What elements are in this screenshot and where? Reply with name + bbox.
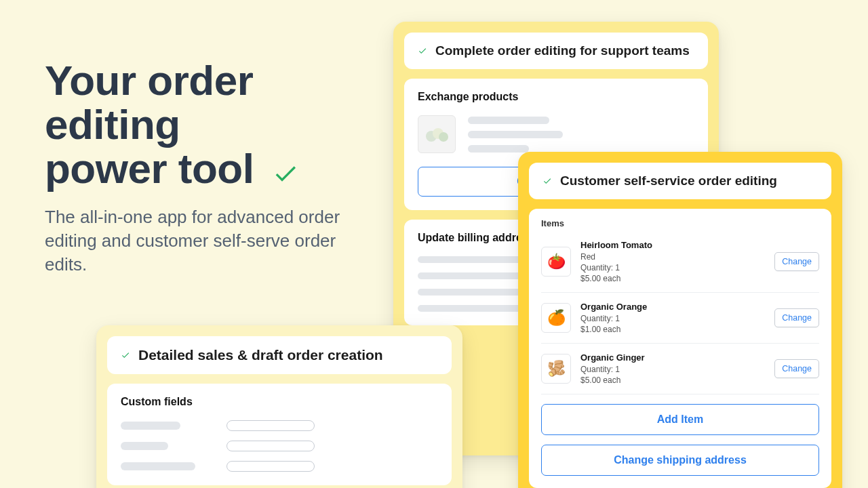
hero-line2: editing <box>45 101 180 148</box>
checkmark-icon <box>541 176 553 186</box>
item-price: $5.00 each <box>580 273 765 284</box>
item-info: Heirloom Tomato Red Quantity: 1 $5.00 ea… <box>580 239 765 284</box>
product-skeleton <box>468 117 694 152</box>
product-row <box>418 115 694 153</box>
card-sales-title: Detailed sales & draft order creation <box>138 347 383 363</box>
item-qty: Quantity: 1 <box>580 262 765 273</box>
page-title: Your order editing power tool <box>45 58 363 190</box>
tomato-icon: 🍅 <box>547 253 566 270</box>
custom-fields-rows <box>121 420 438 472</box>
card-customer-title: Customer self-service order editing <box>560 174 777 188</box>
field-label-placeholder <box>121 462 195 470</box>
item-qty: Quantity: 1 <box>580 313 765 324</box>
custom-fields-heading: Custom fields <box>121 396 438 408</box>
list-item: 🍊 Organic Orange Quantity: 1 $1.00 each … <box>541 293 819 344</box>
orange-icon: 🍊 <box>547 309 566 327</box>
card-customer-title-row: Customer self-service order editing <box>529 163 831 199</box>
checkmark-icon <box>269 160 302 187</box>
card-support-title: Complete order editing for support teams <box>435 43 690 58</box>
change-shipping-button[interactable]: Change shipping address <box>541 445 819 476</box>
item-info: Organic Ginger Quantity: 1 $5.00 each <box>580 352 765 386</box>
card-support-title-row: Complete order editing for support teams <box>404 33 708 69</box>
exchange-products-heading: Exchange products <box>418 91 694 103</box>
change-button[interactable]: Change <box>774 252 819 271</box>
checkmark-icon <box>119 350 132 360</box>
item-name: Heirloom Tomato <box>580 239 765 251</box>
change-button[interactable]: Change <box>774 308 819 327</box>
item-thumbnail: 🫚 <box>541 354 571 384</box>
checkmark-icon <box>416 46 429 56</box>
list-item: 🍅 Heirloom Tomato Red Quantity: 1 $5.00 … <box>541 231 819 293</box>
svg-point-2 <box>439 132 448 142</box>
field-input-placeholder[interactable] <box>226 461 315 472</box>
items-label: Items <box>541 218 819 228</box>
custom-fields-section: Custom fields <box>107 384 452 485</box>
item-thumbnail: 🍊 <box>541 303 571 333</box>
hero-line1: Your order <box>45 57 253 104</box>
list-item: 🫚 Organic Ginger Quantity: 1 $5.00 each … <box>541 344 819 394</box>
item-qty: Quantity: 1 <box>580 364 765 375</box>
add-item-button[interactable]: Add Item <box>541 404 819 435</box>
change-button[interactable]: Change <box>774 359 819 378</box>
ginger-icon: 🫚 <box>547 360 566 378</box>
hero: Your order editing power tool The all-in… <box>45 58 363 277</box>
field-input-placeholder[interactable] <box>226 441 315 451</box>
card-sales-draft: Detailed sales & draft order creation Cu… <box>96 325 462 488</box>
item-price: $1.00 each <box>580 324 765 335</box>
items-section: Items 🍅 Heirloom Tomato Red Quantity: 1 … <box>529 209 831 488</box>
product-thumbnail <box>418 115 456 153</box>
hero-subtitle: The all-in-one app for advanced order ed… <box>45 205 343 277</box>
field-label-placeholder <box>121 442 168 450</box>
item-info: Organic Orange Quantity: 1 $1.00 each <box>580 301 765 335</box>
card-sales-title-row: Detailed sales & draft order creation <box>107 336 452 374</box>
field-input-placeholder[interactable] <box>226 420 315 431</box>
hero-line3: power tool <box>45 145 254 192</box>
item-thumbnail: 🍅 <box>541 247 571 277</box>
card-customer-selfservice: Customer self-service order editing Item… <box>518 152 842 488</box>
item-name: Organic Orange <box>580 301 765 313</box>
item-name: Organic Ginger <box>580 352 765 364</box>
item-price: $5.00 each <box>580 375 765 386</box>
item-variant: Red <box>580 251 765 262</box>
field-label-placeholder <box>121 422 180 430</box>
